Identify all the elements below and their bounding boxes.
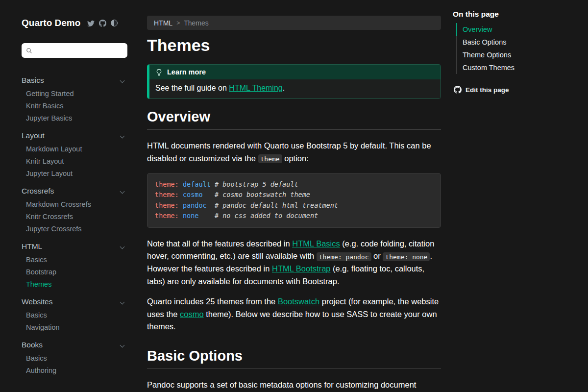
overview-paragraph-2: Note that all of the features described … [147,238,441,288]
code-value: none [183,212,199,220]
code-line: theme: none # no css added to document [155,211,433,221]
header-icons [87,20,118,27]
toc-item-overview[interactable]: Overview [456,23,588,36]
sidebar-section-toggle-crossrefs[interactable]: Crossrefs [22,184,128,198]
callout-title: Learn more [167,68,206,76]
section-label: Basics [22,76,44,85]
chevron-down-icon[interactable] [120,244,125,249]
search-icon [26,48,32,54]
code-value: cosmo [183,191,203,198]
link-cosmo[interactable]: cosmo [180,310,204,318]
code-line: theme: cosmo # cosmo bootswatch theme [155,190,433,200]
edit-this-page-label: Edit this page [466,86,509,94]
text-segment: option: [282,154,309,163]
edit-this-page[interactable]: Edit this page [454,86,588,94]
section-label: Websites [22,297,52,306]
site-title[interactable]: Quarto Demo [22,18,80,28]
breadcrumb-separator: > [176,20,180,26]
sidebar-section-toggle-html[interactable]: HTML [22,240,128,253]
sidebar-item-knitr-basics[interactable]: Knitr Basics [22,99,128,112]
code-comment: # pandoc default html treatment [207,201,338,209]
chevron-down-icon[interactable] [120,189,125,194]
toc-item-theme-options[interactable]: Theme Options [456,49,588,61]
github-icon [454,86,462,94]
sidebar-item-books-basics[interactable]: Basics [22,352,128,364]
github-icon[interactable] [99,20,106,27]
sidebar-item-html-bootstrap[interactable]: Bootstrap [22,266,128,278]
code-key: theme: [155,212,183,220]
callout-learn-more: Learn more See the full guide on HTML Th… [147,64,441,99]
chevron-down-icon[interactable] [120,78,125,83]
code-comment: # no css added to document [198,212,318,220]
sidebar-item-getting-started[interactable]: Getting Started [22,87,128,99]
sidebar-section-toggle-websites[interactable]: Websites [22,295,128,309]
inline-code-theme-pandoc: theme: pandoc [317,252,371,261]
sidebar-item-jupyter-layout[interactable]: Jupyter Layout [22,167,128,179]
code-value: pandoc [183,201,207,209]
text-segment: . [283,84,285,92]
twitter-icon[interactable] [87,20,95,27]
code-comment: # cosmo bootswatch theme [203,191,310,198]
sidebar-section-crossrefs: Crossrefs Markdown Crossrefs Knitr Cross… [22,184,128,235]
sidebar-item-knitr-layout[interactable]: Knitr Layout [22,155,128,167]
sidebar-section-toggle-basics[interactable]: Basics [22,74,128,87]
code-line: theme: default # bootstrap 5 default [155,179,433,190]
code-value: default [183,180,211,188]
sidebar-item-markdown-layout[interactable]: Markdown Layout [22,143,128,155]
inline-code-theme-none: theme: none [383,252,430,261]
sidebar-nav: Basics Getting Started Knitr Basics Jupy… [22,74,128,376]
link-html-basics[interactable]: HTML Basics [292,239,340,248]
code-line: theme: pandoc # pandoc default html trea… [155,200,433,211]
sidebar-section-layout: Layout Markdown Layout Knitr Layout Jupy… [22,129,128,179]
section-heading-basic-options: Basic Options [147,348,441,369]
sidebar-item-websites-basics[interactable]: Basics [22,309,128,321]
section-heading-overview: Overview [147,109,441,130]
sidebar: Quarto Demo Basics Getting Started Knitr… [0,0,137,392]
sidebar-section-basics: Basics Getting Started Knitr Basics Jupy… [22,74,128,124]
breadcrumb: HTML > Themes [147,16,441,30]
breadcrumb-item-current: Themes [184,19,209,27]
page-title: Themes [147,36,441,54]
link-html-bootstrap[interactable]: HTML Bootstrap [272,264,331,273]
sidebar-item-books-authoring[interactable]: Authoring [22,364,128,376]
search-box[interactable] [22,43,127,58]
toc-item-custom-themes[interactable]: Custom Themes [456,61,588,74]
sidebar-item-html-basics[interactable]: Basics [22,253,128,266]
chevron-down-icon[interactable] [120,343,125,347]
chevron-down-icon[interactable] [120,299,125,304]
overview-paragraph-1: HTML documents rendered with Quarto use … [147,140,441,165]
code-comment: # bootstrap 5 default [211,180,298,188]
section-label: Books [22,341,43,349]
section-label: Crossrefs [22,187,54,196]
toc-list: Overview Basic Options Theme Options Cus… [456,23,588,74]
code-key: theme: [155,201,183,209]
sidebar-section-websites: Websites Basics Navigation [22,295,128,333]
sidebar-item-jupyter-crossrefs[interactable]: Jupyter Crossrefs [22,222,128,235]
toc-title: On this page [453,10,588,19]
link-html-theming[interactable]: HTML Theming [229,84,282,92]
breadcrumb-item-html[interactable]: HTML [154,19,172,27]
text-segment: See the full guide on [155,84,229,92]
toc-sidebar: On this page Overview Basic Options Them… [441,0,588,392]
sidebar-item-markdown-crossrefs[interactable]: Markdown Crossrefs [22,198,128,210]
lightbulb-icon [155,69,163,76]
link-bootswatch[interactable]: Bootswatch [278,297,319,306]
code-key: theme: [155,180,183,188]
app-root: Quarto Demo Basics Getting Started Knitr… [0,0,588,392]
text-segment: Note that all of the features described … [147,239,292,248]
sidebar-section-toggle-layout[interactable]: Layout [22,129,128,143]
sidebar-item-html-themes[interactable]: Themes [22,278,128,290]
toc-item-basic-options[interactable]: Basic Options [456,36,588,49]
section-label: HTML [22,242,42,251]
main-content: HTML > Themes Themes Learn more See the … [147,0,441,392]
sidebar-item-websites-navigation[interactable]: Navigation [22,321,128,333]
code-block-theme-options: theme: default # bootstrap 5 defaultthem… [147,173,441,228]
section-label: Layout [22,131,45,140]
search-input[interactable] [35,47,123,54]
sidebar-section-toggle-books[interactable]: Books [22,338,128,352]
sidebar-item-jupyter-basics[interactable]: Jupyter Basics [22,112,128,124]
sidebar-item-knitr-crossrefs[interactable]: Knitr Crossrefs [22,210,128,222]
basic-options-paragraph-1: Pandoc supports a set of basic metadata … [147,379,441,392]
chevron-down-icon[interactable] [120,133,125,138]
theme-toggle-icon[interactable] [111,20,118,26]
